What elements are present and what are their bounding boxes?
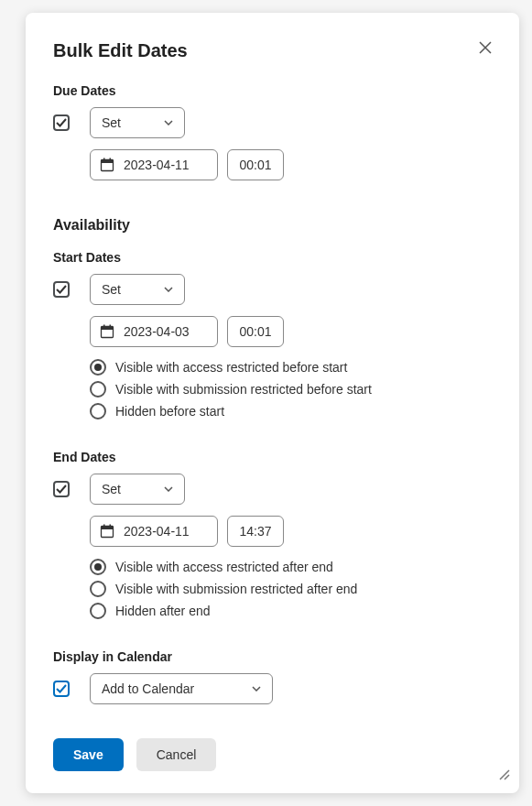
end-dates-mode-value: Set <box>102 482 121 496</box>
svg-rect-11 <box>110 525 112 528</box>
availability-heading: Availability <box>53 217 492 234</box>
start-option-2-label: Hidden before start <box>115 404 224 419</box>
start-dates-time-value: 00:01 <box>239 324 271 339</box>
start-option-0-label: Visible with access restricted before st… <box>115 360 347 375</box>
calendar-icon <box>100 158 114 172</box>
modal-footer: Save Cancel <box>53 738 492 771</box>
end-dates-label: End Dates <box>53 450 492 464</box>
close-icon <box>479 41 492 54</box>
chevron-down-icon <box>164 287 173 292</box>
start-dates-time-input[interactable]: 00:01 <box>227 316 284 347</box>
end-option-1-label: Visible with submission restricted after… <box>115 582 357 596</box>
check-icon <box>56 284 67 295</box>
start-dates-date-value: 2023-04-03 <box>124 324 190 339</box>
calendar-checkbox[interactable] <box>53 681 70 697</box>
start-visible-submission-radio[interactable] <box>90 381 106 398</box>
calendar-mode-value: Add to Calendar <box>102 681 194 696</box>
svg-rect-10 <box>103 525 105 528</box>
check-icon <box>56 683 67 694</box>
due-dates-mode-value: Set <box>102 115 121 130</box>
start-dates-label: Start Dates <box>53 250 492 265</box>
chevron-down-icon <box>164 120 173 125</box>
start-dates-mode-select[interactable]: Set <box>90 274 185 305</box>
start-visible-access-radio[interactable] <box>90 359 106 376</box>
svg-rect-2 <box>103 158 105 161</box>
due-dates-label: Due Dates <box>53 83 492 98</box>
due-dates-time-value: 00:01 <box>239 158 271 172</box>
svg-rect-5 <box>102 327 114 331</box>
chevron-down-icon <box>164 486 173 492</box>
svg-rect-6 <box>103 325 105 328</box>
svg-rect-9 <box>102 527 114 530</box>
modal-title: Bulk Edit Dates <box>53 40 188 61</box>
start-dates-section: Start Dates Set 2023-04-03 00:01 <box>53 250 492 422</box>
calendar-label: Display in Calendar <box>53 649 492 664</box>
save-button[interactable]: Save <box>53 738 124 771</box>
end-hidden-radio[interactable] <box>90 603 106 619</box>
resize-handle[interactable] <box>497 768 510 784</box>
close-button[interactable] <box>479 40 492 57</box>
due-dates-checkbox[interactable] <box>53 114 70 131</box>
due-dates-section: Due Dates Set 2023-04-11 00:01 <box>53 83 492 190</box>
chevron-down-icon <box>252 686 261 692</box>
end-dates-section: End Dates Set 2023-04-11 14:37 <box>53 450 492 622</box>
start-dates-checkbox[interactable] <box>53 281 70 298</box>
due-dates-date-value: 2023-04-11 <box>124 158 190 172</box>
calendar-icon <box>100 324 114 339</box>
check-icon <box>56 117 67 128</box>
end-dates-time-value: 14:37 <box>239 524 271 539</box>
end-dates-checkbox[interactable] <box>53 481 70 497</box>
due-dates-date-input[interactable]: 2023-04-11 <box>90 149 218 180</box>
check-icon <box>56 484 67 495</box>
due-dates-time-input[interactable]: 00:01 <box>227 149 284 180</box>
calendar-mode-select[interactable]: Add to Calendar <box>90 673 273 704</box>
end-option-2-label: Hidden after end <box>115 604 211 618</box>
svg-rect-1 <box>102 160 114 164</box>
end-visible-submission-radio[interactable] <box>90 581 106 597</box>
end-dates-time-input[interactable]: 14:37 <box>227 516 284 547</box>
calendar-section: Display in Calendar Add to Calendar <box>53 649 492 715</box>
start-hidden-radio[interactable] <box>90 403 106 419</box>
end-dates-date-input[interactable]: 2023-04-11 <box>90 516 218 547</box>
calendar-icon <box>100 524 114 539</box>
due-dates-mode-select[interactable]: Set <box>90 107 185 138</box>
start-option-1-label: Visible with submission restricted befor… <box>115 382 372 397</box>
svg-rect-7 <box>110 325 112 328</box>
end-option-0-label: Visible with access restricted after end <box>115 560 333 574</box>
bulk-edit-dates-modal: Bulk Edit Dates Due Dates Set 2023-04-11… <box>26 13 519 793</box>
resize-icon <box>497 768 510 780</box>
end-dates-mode-select[interactable]: Set <box>90 474 185 505</box>
svg-rect-3 <box>110 158 112 161</box>
cancel-button[interactable]: Cancel <box>136 738 217 771</box>
modal-header: Bulk Edit Dates <box>53 40 492 61</box>
start-dates-mode-value: Set <box>102 282 121 297</box>
end-visible-access-radio[interactable] <box>90 559 106 575</box>
start-dates-date-input[interactable]: 2023-04-03 <box>90 316 218 347</box>
availability-section: Availability Start Dates Set 2023-04-03 <box>53 217 492 622</box>
end-dates-date-value: 2023-04-11 <box>124 524 190 539</box>
